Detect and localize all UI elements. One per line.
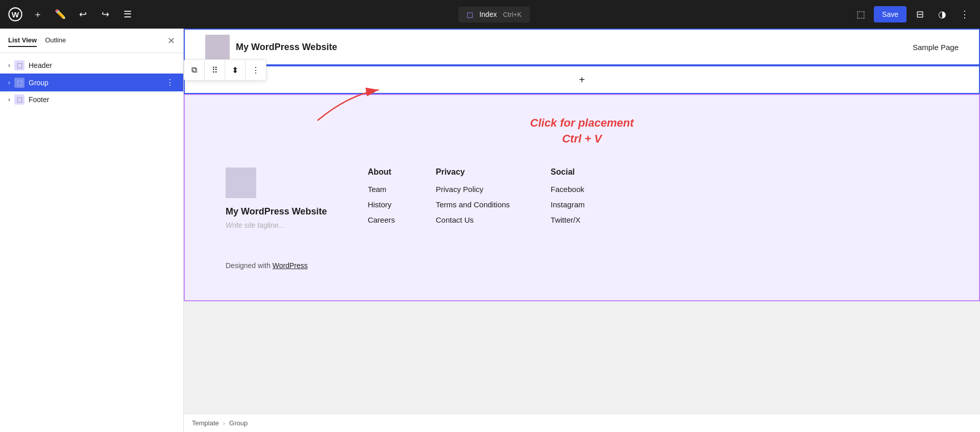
- footer-bottom: Designed with WordPress: [226, 261, 938, 270]
- footer-link-facebook[interactable]: Facebook: [551, 185, 584, 194]
- canvas-header-block: My WordPress Website Sample Page: [184, 29, 980, 65]
- canvas-site-title: My WordPress Website: [236, 42, 337, 53]
- list-item: Contact Us: [436, 215, 510, 225]
- footer-tagline: Write site tagline...: [226, 221, 327, 229]
- search-label: Index: [479, 10, 497, 18]
- footer-nav-col-privacy: Privacy Privacy Policy Terms and Conditi…: [436, 167, 510, 231]
- header-block-icon: ⬚: [14, 60, 24, 70]
- add-block-plus-icon[interactable]: +: [579, 74, 585, 86]
- list-item: Team: [368, 185, 395, 194]
- footer-col-about-links: Team History Careers: [368, 185, 395, 225]
- sidebar-item-footer[interactable]: › ⬚ Footer: [0, 91, 183, 108]
- footer-content: My WordPress Website Write site tagline.…: [226, 167, 938, 231]
- list-item: Terms and Conditions: [436, 200, 510, 209]
- footer-col-social-links: Facebook Instagram Twitter/X: [551, 185, 585, 225]
- chevron-right-icon-group: ›: [8, 79, 10, 86]
- sidebar: List View Outline ✕ › ⬚ Header › ⬚ Group…: [0, 29, 184, 432]
- svg-text:W: W: [12, 10, 19, 19]
- redo-button[interactable]: ↪: [96, 5, 114, 23]
- footer-link-history[interactable]: History: [368, 200, 391, 209]
- breadcrumb-current: Group: [229, 419, 248, 427]
- footer-block-icon: ⬚: [14, 94, 24, 105]
- footer-brand: My WordPress Website Write site tagline.…: [226, 167, 327, 229]
- main-layout: List View Outline ✕ › ⬚ Header › ⬚ Group…: [0, 29, 980, 432]
- chevron-right-icon: ›: [8, 62, 10, 69]
- tab-list-view[interactable]: List View: [8, 34, 37, 47]
- index-icon: ◻: [467, 10, 473, 19]
- placement-arrow: [287, 85, 389, 126]
- content-area: ⧉ ⠿ ⬍ ⋮ My WordPress Website Sample Page…: [184, 29, 980, 432]
- sidebar-item-header-label: Header: [29, 61, 175, 69]
- footer-link-instagram[interactable]: Instagram: [551, 200, 585, 209]
- sidebar-item-header[interactable]: › ⬚ Header: [0, 57, 183, 74]
- top-toolbar: W ＋ ✏️ ↩ ↪ ☰ ◻ Index Ctrl+K ⬚ Save ⊟ ◑ ⋮: [0, 0, 980, 29]
- sidebar-item-group-label: Group: [29, 79, 161, 87]
- list-item: History: [368, 200, 395, 209]
- block-move-button[interactable]: ⬍: [225, 60, 246, 80]
- footer-nav-col-social: Social Facebook Instagram Twitter/X: [551, 167, 585, 231]
- group-kebab-button[interactable]: ⋮: [165, 77, 175, 88]
- canvas-footer-block: Click for placement Ctrl + V My WordPres…: [184, 94, 980, 301]
- footer-link-twitter[interactable]: Twitter/X: [551, 215, 580, 224]
- header-logo-placeholder: [205, 35, 230, 59]
- chevron-right-icon-footer: ›: [8, 96, 10, 103]
- block-toolbar: ⧉ ⠿ ⬍ ⋮: [184, 59, 266, 81]
- sidebar-tab-group: List View Outline: [8, 34, 66, 47]
- bottom-bar: Template › Group: [184, 414, 980, 432]
- tab-outline[interactable]: Outline: [45, 34, 66, 47]
- search-shortcut: Ctrl+K: [503, 11, 521, 18]
- footer-nav: About Team History Careers Privacy Pr: [368, 167, 938, 231]
- footer-col-privacy-heading: Privacy: [436, 167, 510, 177]
- wp-logo-button[interactable]: W: [6, 5, 24, 23]
- list-view-button[interactable]: ☰: [118, 5, 137, 23]
- footer-link-contact[interactable]: Contact Us: [436, 215, 474, 224]
- canvas-wrapper: My WordPress Website Sample Page +: [184, 29, 980, 414]
- footer-nav-col-about: About Team History Careers: [368, 167, 395, 231]
- sidebar-item-group[interactable]: › ⬚ Group ⋮: [0, 74, 183, 91]
- footer-link-team[interactable]: Team: [368, 185, 386, 194]
- list-item: Privacy Policy: [436, 185, 510, 194]
- footer-logo: [226, 167, 256, 198]
- placement-line2: Ctrl + V: [226, 131, 938, 147]
- footer-link-terms[interactable]: Terms and Conditions: [436, 200, 510, 209]
- more-options-button[interactable]: ⋮: [955, 5, 974, 23]
- block-more-button[interactable]: ⋮: [246, 60, 266, 80]
- tools-button[interactable]: ✏️: [51, 5, 69, 23]
- paste-annotation: Click for placement Ctrl + V: [226, 115, 938, 147]
- footer-link-careers[interactable]: Careers: [368, 215, 395, 224]
- block-copy-button[interactable]: ⧉: [184, 60, 205, 80]
- sidebar-close-button[interactable]: ✕: [167, 35, 175, 46]
- sidebar-toggle-button[interactable]: ⊟: [911, 5, 929, 23]
- add-block-button[interactable]: ＋: [29, 5, 47, 23]
- canvas-header-nav-link[interactable]: Sample Page: [913, 43, 959, 52]
- sidebar-items-list: › ⬚ Header › ⬚ Group ⋮ › ⬚ Footer: [0, 53, 183, 432]
- breadcrumb-template[interactable]: Template: [192, 419, 219, 427]
- save-button[interactable]: Save: [874, 6, 906, 22]
- sidebar-tabs: List View Outline ✕: [0, 29, 183, 53]
- footer-wordpress-link[interactable]: WordPress: [273, 261, 308, 270]
- sidebar-item-footer-label: Footer: [29, 95, 175, 104]
- search-command-bar[interactable]: ◻ Index Ctrl+K: [458, 7, 530, 22]
- footer-bottom-text: Designed with: [226, 261, 273, 270]
- footer-col-about-heading: About: [368, 167, 395, 177]
- footer-col-social-heading: Social: [551, 167, 585, 177]
- block-drag-button[interactable]: ⠿: [205, 60, 225, 80]
- list-item: Twitter/X: [551, 215, 585, 225]
- undo-button[interactable]: ↩: [74, 5, 92, 23]
- list-item: Instagram: [551, 200, 585, 209]
- footer-col-privacy-links: Privacy Policy Terms and Conditions Cont…: [436, 185, 510, 225]
- footer-site-name: My WordPress Website: [226, 206, 327, 217]
- toolbar-left: W ＋ ✏️ ↩ ↪ ☰: [6, 5, 137, 23]
- footer-link-privacy-policy[interactable]: Privacy Policy: [436, 185, 483, 194]
- breadcrumb-separator: ›: [223, 419, 225, 427]
- group-block-icon: ⬚: [14, 78, 24, 88]
- toolbar-right: ⬚ Save ⊟ ◑ ⋮: [851, 5, 974, 23]
- list-item: Facebook: [551, 185, 585, 194]
- view-button[interactable]: ⬚: [851, 5, 870, 23]
- list-item: Careers: [368, 215, 395, 225]
- contrast-button[interactable]: ◑: [933, 5, 951, 23]
